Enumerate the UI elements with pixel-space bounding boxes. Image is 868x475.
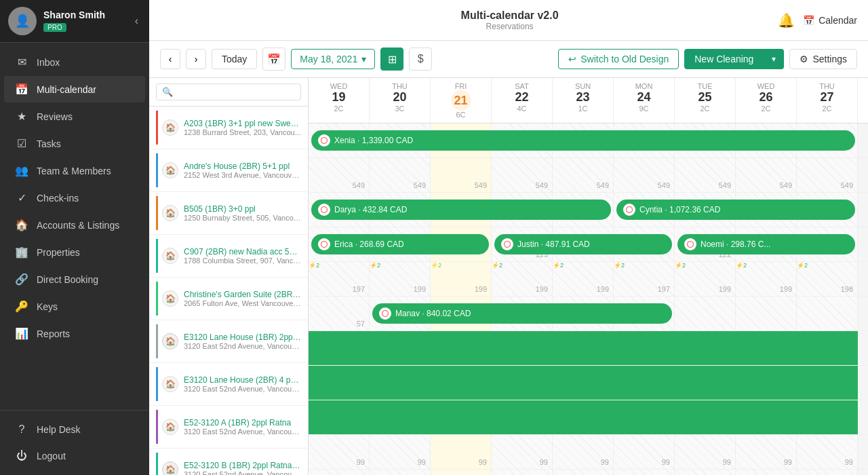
day-cell: 99 (553, 435, 614, 469)
day-count: 9C (619, 104, 669, 113)
list-item[interactable]: 🏠 A203 (1BR) 3+1 ppl new Sweta acc 1238 … (149, 107, 308, 149)
list-item[interactable]: 🏠 E3120 Lane House (1BR) 2ppl Rat... 312… (149, 320, 308, 363)
cell-count: 549 (536, 181, 548, 189)
list-item[interactable]: 🏠 E52-3120 A (1BR) 2ppl Ratna 3120 East … (149, 406, 308, 449)
reservation-bar[interactable]: Erica · 268.69 CAD (311, 234, 489, 254)
reservation-bar[interactable]: Noemi · 298.76 C... (677, 234, 855, 254)
day-cell: ⚡2199 (431, 262, 492, 296)
day-abbr: THU (802, 82, 852, 90)
day-cell: 549 (492, 158, 553, 192)
day-abbr: SUN (558, 82, 608, 90)
sidebar-item-inbox[interactable]: ✉Inbox (4, 49, 145, 75)
day-cell (614, 470, 675, 475)
calendar-label: Calendar (818, 15, 857, 26)
grid-view-button[interactable]: ⊞ (380, 48, 403, 71)
calendar-button[interactable]: 📅 Calendar (803, 15, 857, 26)
prev-button[interactable]: ‹ (160, 49, 180, 69)
table-row: 199199208 Jason · 734.29 CAD Alla · 579.… (309, 470, 868, 475)
list-item[interactable]: 🏠 E52-3120 B (1BR) 2ppl Ratna Stea... 31… (149, 449, 308, 475)
list-item[interactable]: 🏠 Andre's House (2BR) 5+1 ppl 2152 West … (149, 149, 308, 192)
accounts-icon: 🏠 (15, 218, 28, 231)
list-item[interactable]: 🏠 E3120 Lane House (2BR) 4 ppl Rat... 31… (149, 363, 308, 406)
sidebar-item-team[interactable]: 👥Team & Members (4, 157, 145, 184)
day-cell: 57 (309, 297, 370, 330)
sidebar-collapse-button[interactable]: ‹ (132, 12, 141, 30)
table-row: 123122 Erica · 268.69 CAD Justin · 487.9… (309, 227, 868, 262)
team-icon: 👥 (15, 164, 28, 177)
cell-small-icon: ⚡2 (370, 262, 430, 269)
day-abbr: MON (619, 82, 669, 90)
cell-count: 197 (353, 285, 365, 293)
topbar-center: Multi-calendar v2.0 Reservations (461, 10, 559, 31)
list-item[interactable]: 🏠 Christine's Garden Suite (2BR) 2+... 2… (149, 278, 308, 320)
cell-small-icon: ⚡2 (309, 262, 369, 269)
new-cleaning-dropdown-button[interactable]: ▾ (764, 49, 784, 69)
reservation-bar[interactable]: Xenia · 1,339.00 CAD (311, 130, 855, 151)
day-cell: 99 (797, 435, 858, 469)
sidebar-item-reviews[interactable]: ★Reviews (4, 103, 145, 130)
sidebar-item-properties[interactable]: 🏢Properties (4, 239, 145, 265)
cell-count: 199 (719, 285, 731, 293)
day-header-26: WED 26 2C (736, 78, 797, 123)
cell-small-icon: ⚡2 (675, 262, 735, 269)
switch-design-button[interactable]: ↩ Switch to Old Design (558, 49, 679, 69)
cell-small-icon: ⚡2 (553, 262, 613, 269)
airbnb-badge (318, 134, 330, 147)
property-icon: 🏠 (162, 205, 178, 221)
reservation-bar[interactable]: Cyntia · 1,072.36 CAD (616, 200, 855, 220)
sidebar-item-accounts[interactable]: 🏠Accounts & Listings (4, 212, 145, 238)
full-booking-bar (309, 366, 858, 400)
day-cell (675, 297, 736, 330)
date-selector[interactable]: May 18, 2021 ▾ (291, 49, 375, 69)
settings-button[interactable]: ⚙ Settings (789, 49, 857, 69)
cell-count: 99 (662, 458, 670, 466)
reservation-bar[interactable]: Darya · 432.84 CAD (311, 200, 611, 220)
airbnb-badge (318, 238, 330, 250)
user-info: Sharon Smith PRO (43, 10, 132, 33)
today-button[interactable]: Today (212, 49, 257, 69)
guest-name: Justin · 487.91 CAD (517, 240, 590, 249)
reservation-bar[interactable]: Justin · 487.91 CAD (494, 234, 672, 254)
sidebar-label-properties: Properties (37, 247, 80, 258)
guest-name: Xenia · 1,339.00 CAD (334, 136, 413, 145)
full-booking-bar (309, 331, 858, 365)
color-bar (156, 282, 158, 316)
sidebar-item-reports[interactable]: 📊Reports (4, 320, 145, 347)
cell-count: 99 (357, 458, 365, 466)
day-cell: ⚡2197 (614, 262, 675, 296)
sidebar-item-direct-booking[interactable]: 🔗Direct Booking (4, 266, 145, 292)
search-input[interactable] (156, 83, 301, 100)
reports-icon: 📊 (15, 327, 28, 340)
list-item[interactable]: 🏠 B505 (1BR) 3+0 ppl 1250 Burnaby Street… (149, 192, 308, 235)
guest-name: Cyntia · 1,072.36 CAD (639, 205, 720, 214)
day-header-22: SAT 22 4C (492, 78, 553, 123)
property-name: C907 (2BR) new Nadia acc 5+1 ppl (184, 247, 301, 256)
property-name: E52-3120 B (1BR) 2ppl Ratna Stea... (184, 461, 301, 470)
sidebar-label-logout: Logout (37, 451, 66, 461)
sidebar-item-logout[interactable]: ⏻Logout (4, 443, 145, 469)
next-button[interactable]: › (186, 49, 206, 69)
calendar-icon-button[interactable]: 📅 (262, 48, 285, 71)
sidebar-item-tasks[interactable]: ☑Tasks (4, 130, 145, 157)
guest-name: Noemi · 298.76 C... (701, 240, 770, 249)
sidebar-label-multi-calendar: Multi-calendar (37, 84, 96, 95)
reservation-bar[interactable]: Manav · 840.02 CAD (372, 303, 672, 324)
color-bar (156, 153, 158, 187)
property-info: E52-3120 A (1BR) 2ppl Ratna 3120 East 52… (184, 418, 301, 436)
bell-icon[interactable]: 🔔 (778, 12, 795, 28)
sidebar-item-checkins[interactable]: ✓Check-ins (4, 185, 145, 211)
page-subtitle: Reservations (461, 22, 559, 31)
sidebar-item-multi-calendar[interactable]: 📅Multi-calendar (4, 76, 145, 102)
property-icon: 🏠 (162, 461, 178, 475)
sidebar-item-keys[interactable]: 🔑Keys (4, 293, 145, 320)
list-item[interactable]: 🏠 C907 (2BR) new Nadia acc 5+1 ppl 1788 … (149, 235, 308, 278)
new-cleaning-button[interactable]: New Cleaning (684, 49, 764, 69)
property-icon: 🏠 (162, 248, 178, 264)
day-number: 20 (375, 90, 425, 104)
sidebar-item-helpdesk[interactable]: ?Help Desk (4, 417, 145, 442)
day-cell: 199 (370, 470, 431, 475)
airbnb-badge (684, 238, 696, 250)
settings-label: Settings (812, 54, 847, 64)
dollar-view-button[interactable]: $ (409, 48, 432, 71)
day-cell: 549 (431, 158, 492, 192)
